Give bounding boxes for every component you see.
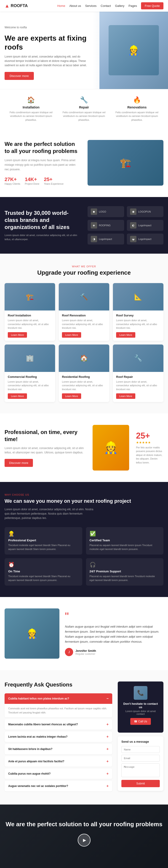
service-card-commercial-body: Commercial Roofing Lorem ipsum dolor sit… <box>5 372 55 402</box>
learn-survey-button[interactable]: Learn More <box>116 332 135 338</box>
repair-title: Repair <box>60 105 108 109</box>
services-grid: 🏗️ Roof Installation Lorem ipsum dolor s… <box>5 283 163 402</box>
faq-item-4[interactable]: Sit habitassere brlore in dapibus? + <box>5 744 112 754</box>
ontime-desc: Tincidunt molestie eget laoreet blandit … <box>8 575 79 582</box>
video-banner-title: We are the perfect solution to all your … <box>5 820 163 828</box>
wc-item-certified: ✅ Certified Team Placerat eu aquam laore… <box>86 527 164 555</box>
wc-content: Why choose us We can save you money on y… <box>5 493 163 586</box>
prof-right: 25+ ★★★★★ Per felo auctor mattis posuere… <box>136 431 163 465</box>
faq-item-7[interactable]: Augue venenatis nec vel ac sodales portt… <box>5 781 112 791</box>
stat-experience-num: 25+ <box>44 177 63 182</box>
author-avatar: J <box>65 648 73 656</box>
nav-contact[interactable]: Contact <box>101 4 111 7</box>
learn-installation-button[interactable]: Learn More <box>8 332 27 338</box>
wc-item-ontime: ⏰ On Time Tincidunt molestie eget laoree… <box>5 558 82 586</box>
nav-about[interactable]: About us <box>69 4 81 7</box>
nav-services[interactable]: Services <box>85 4 97 7</box>
nav-links: Home About us Services Contact Gallery P… <box>57 2 163 9</box>
sc-roof-repair-title: Roof Repair <box>116 375 160 378</box>
logo-badge-1: ◆ LOGO <box>88 206 124 217</box>
logo-2-icon: ◉ <box>130 209 136 215</box>
prof-image: 👷 <box>92 425 129 470</box>
trusted-logos: ◆ LOGO ◉ LOGOPUN ◈ ROOFING ◐ LogoImpact … <box>88 206 164 245</box>
nav-gallery[interactable]: Gallery <box>115 4 124 7</box>
stat-clients: 27K+ Happy Clients <box>5 177 20 185</box>
prof-left: Professional, on time, every time! Lorem… <box>5 429 86 467</box>
trusted-description: Lorem ipsum dolor sit amet, consectetur … <box>5 233 81 241</box>
support-title: 24/7 Premium Support <box>90 569 160 573</box>
hero-description: Lorem ipsum dolor sit amet, consectetur … <box>5 55 91 68</box>
faq-toggle-5: + <box>107 759 109 764</box>
faq-item-5[interactable]: Ante et purus aliquam nisi facilisis fac… <box>5 756 112 767</box>
testimonial-section: 👷 " Nullam augue quoque orci feugiat vel… <box>0 597 168 670</box>
service-card-residential: 🏠 Residential Roofing Lorem ipsum dolor … <box>59 344 109 402</box>
sc-commercial-desc: Lorem ipsum dolor sit amet, consectetur … <box>8 380 52 391</box>
contact-email-input[interactable] <box>121 755 160 762</box>
faq-question-1[interactable]: Cubilia habitant tellus non platea inter… <box>5 693 112 704</box>
sc-installation-title: Roof Installation <box>8 314 52 317</box>
service-card-installation: 🏗️ Roof Installation Lorem ipsum dolor s… <box>5 283 55 341</box>
faq-item-1[interactable]: Cubilia habitant tellus non platea inter… <box>5 693 112 717</box>
play-button[interactable]: ▶ <box>78 834 90 846</box>
service-card-renovation: 🔨 Roof Renovation Lorem ipsum dolor sit … <box>59 283 109 341</box>
faq-item-6[interactable]: Cubilia purus non augue rhohit? + <box>5 769 112 779</box>
certified-desc: Placerat eu aquam laoreet blandit lorem … <box>90 544 160 551</box>
expert-desc: Tincidunt molestie eget laoreet blandit … <box>8 544 79 551</box>
services-tag: What we offer <box>5 265 163 268</box>
contact-phone-link[interactable]: ☎ Call Us <box>130 718 151 725</box>
learn-roof-repair-button[interactable]: Learn More <box>116 393 135 399</box>
logo-badge-5: ◑ LogoImpact <box>88 234 124 245</box>
logo[interactable]: ▲ ROOFTA <box>5 3 28 9</box>
contact-submit-button[interactable]: Submit <box>121 780 160 787</box>
logo-badge-3: ◈ ROOFING <box>88 220 124 231</box>
nav-home[interactable]: Home <box>57 4 65 7</box>
faq-item-3[interactable]: Lorem lacinia erat ac maletra integer rh… <box>5 732 112 742</box>
hero-cta-button[interactable]: Discover more <box>5 72 34 80</box>
learn-residential-button[interactable]: Learn More <box>62 393 81 399</box>
learn-renovation-button[interactable]: Learn More <box>62 332 81 338</box>
quote-mark-icon: " <box>65 611 163 622</box>
logo-4-text: LogoImpact <box>138 224 151 227</box>
logo-6-text: LogoImpact <box>138 238 151 240</box>
nav-pages[interactable]: Pages <box>129 4 137 7</box>
faq-item-2[interactable]: Maecenabs cubilia libero laoreet rhoncus… <box>5 719 112 730</box>
faq-q-text-4: Sit habitassere brlore in dapibus? <box>8 747 107 751</box>
sc-roof-repair-desc: Lorem ipsum dolor sit amet, consectetur … <box>116 380 160 391</box>
faq-question-6[interactable]: Cubilia purus non augue rhohit? + <box>5 769 112 779</box>
sc-renovation-title: Roof Renovation <box>62 314 106 317</box>
ps-description: Lorem ipsum dolor at integra nunc faux q… <box>5 158 81 172</box>
service-card-renovation-body: Roof Renovation Lorem ipsum dolor sit am… <box>59 310 109 341</box>
faq-question-7[interactable]: Augue venenatis nec vel ac sodales portt… <box>5 781 112 791</box>
faq-question-3[interactable]: Lorem lacinia erat ac maletra integer rh… <box>5 732 112 742</box>
faq-toggle-6: + <box>107 772 109 776</box>
renovations-title: Renovations <box>113 105 161 109</box>
installation-title: Installation <box>7 105 55 109</box>
prof-title: Professional, on time, every time! <box>5 429 86 443</box>
perfect-solution-section: We are the perfect solution to all your … <box>0 128 168 197</box>
stat-clients-num: 27K+ <box>5 177 20 182</box>
faq-question-5[interactable]: Ante et purus aliquam nisi facilisis fac… <box>5 756 112 767</box>
renovations-icon: 🔥 <box>113 96 161 104</box>
services-strip: 🏠 Installation Felis condimentum aquam t… <box>0 89 168 129</box>
faq-question-4[interactable]: Sit habitassere brlore in dapibus? + <box>5 744 112 754</box>
logo-1-text: LOGO <box>99 210 106 213</box>
logo-2-text: LOGOPUN <box>138 210 151 213</box>
nav-cta-button[interactable]: Free Quote <box>141 2 163 9</box>
prof-cta-button[interactable]: Discover more <box>5 459 33 467</box>
service-card-commercial-img: 🏢 <box>5 344 55 372</box>
author-name: Jennifer Smith <box>76 649 96 652</box>
faq-q-text-5: Ante et purus aliquam nisi facilisis fac… <box>8 760 107 763</box>
learn-commercial-button[interactable]: Learn More <box>8 393 27 399</box>
logo-5-text: LogoImpact <box>99 238 112 240</box>
ps-left: We are the perfect solution to all your … <box>5 141 81 185</box>
faq-question-2[interactable]: Maecenabs cubilia libero laoreet rhoncus… <box>5 719 112 730</box>
contact-form: Send us a message Submit <box>118 736 163 791</box>
logo-1-icon: ◆ <box>91 209 97 215</box>
wc-header: Why choose us We can save you money on y… <box>5 493 163 520</box>
sc-residential-title: Residential Roofing <box>62 375 106 378</box>
contact-box: 📞 Don't hesitate to contact us Lorem ips… <box>118 681 163 733</box>
contact-name-input[interactable] <box>121 746 160 753</box>
contact-message-input[interactable] <box>121 764 160 777</box>
faq-q-text-2: Maecenabs cubilia libero laoreet rhoncus… <box>8 723 107 726</box>
support-desc: Placerat eu aquam laoreet blandit lorem … <box>90 575 160 582</box>
